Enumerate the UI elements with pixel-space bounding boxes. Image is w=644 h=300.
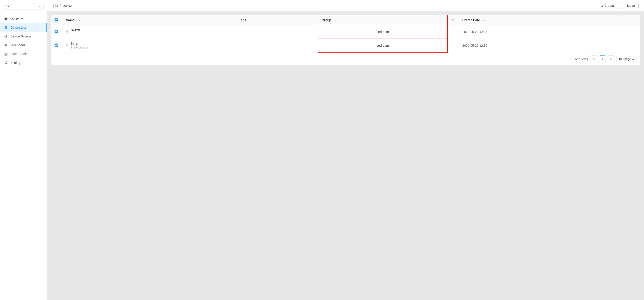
group-sort-icon: ▲▼ — [333, 20, 337, 22]
overview-icon: ▣ — [4, 16, 8, 21]
name-sort-icon: ▲▼ — [76, 20, 80, 22]
sidebar: 123 ⌄ ▣ Overview ⊟ Device List ◎ Device … — [0, 0, 47, 300]
th-group-label: Group — [322, 18, 331, 22]
td-create-date-switch: 2020-05-22 12:37 — [459, 25, 640, 39]
breadcrumb-current: device — [62, 4, 72, 8]
chevron-down-icon: ⌄ — [39, 4, 41, 8]
td-name-switch: switch - — [62, 25, 236, 39]
device-name-lamp: lamp — [71, 42, 89, 46]
breadcrumb-separator: / — [60, 4, 61, 8]
th-name-label: Name — [66, 18, 74, 22]
td-checkbox-lamp — [51, 39, 62, 52]
plus-circle-icon: ⊕ — [600, 4, 603, 8]
table-row: lamp in the bedroom - bedroom 2020-05-22… — [51, 39, 640, 52]
td-create-date-lamp: 2020-05-22 12:39 — [459, 39, 640, 52]
td-group-lamp: bedroom — [318, 39, 448, 52]
setting-icon: ⚙ — [4, 60, 8, 65]
sidebar-nav: ▣ Overview ⊟ Device List ◎ Device Groups… — [0, 12, 47, 69]
td-name-lamp: lamp in the bedroom — [62, 39, 236, 52]
sidebar-item-event-hooks[interactable]: ▦ Event Hooks — [0, 50, 47, 58]
row-checkbox-lamp[interactable] — [54, 44, 58, 47]
th-filter: ▼ — [447, 15, 459, 25]
breadcrumb-root: 123 — [53, 4, 58, 8]
td-checkbox-switch — [51, 25, 62, 39]
pagination-info: 1-2 of 2 items — [570, 57, 588, 61]
breadcrumb: 123 / device — [53, 4, 72, 8]
sidebar-label-overview: Overview — [10, 17, 24, 20]
sidebar-label-device-groups: Device Groups — [10, 34, 31, 38]
sidebar-item-device-list[interactable]: ⊟ Device List — [0, 23, 47, 32]
device-name-switch: switch — [71, 28, 80, 32]
prev-page-button[interactable]: < — [590, 56, 597, 62]
pagination: 1-2 of 2 items < 1 > 10 / page ⌄ — [51, 52, 640, 65]
page-size-label: 10 / page — [619, 57, 631, 61]
table-row: switch - - bedroom 2020-05-22 12:37 — [51, 25, 640, 39]
sidebar-item-device-groups[interactable]: ◎ Device Groups — [0, 32, 47, 40]
sidebar-item-overview[interactable]: ▣ Overview — [0, 14, 47, 23]
sidebar-label-freeboard: Freeboard — [10, 43, 25, 47]
event-hooks-icon: ▦ — [4, 52, 8, 56]
sidebar-item-setting[interactable]: ⚙ Setting — [0, 58, 47, 67]
th-create-date-label: Create Date — [462, 18, 480, 22]
page-size-chevron: ⌄ — [632, 57, 634, 61]
status-dot-switch — [66, 30, 68, 33]
table-container: Name ▲▼ Tags Group ▲▼ ▼ — [51, 15, 640, 65]
sidebar-label-event-hooks: Event Hooks — [10, 52, 28, 56]
topbar-actions: ⊕ Create + Move — [597, 2, 638, 9]
th-tags: Tags — [236, 15, 318, 25]
move-label: Move — [627, 4, 635, 8]
th-name[interactable]: Name ▲▼ — [62, 15, 236, 25]
workspace-selector[interactable]: 123 ⌄ — [4, 3, 44, 10]
next-page-button[interactable]: > — [608, 56, 614, 62]
status-dot-lamp — [66, 44, 68, 46]
content-area: Name ▲▼ Tags Group ▲▼ ▼ — [47, 11, 644, 300]
topbar: 123 / device ⊕ Create + Move — [47, 0, 644, 11]
table-header-row: Name ▲▼ Tags Group ▲▼ ▼ — [51, 15, 640, 25]
workspace-name: 123 — [6, 4, 11, 8]
main-content: 123 / device ⊕ Create + Move — [47, 0, 644, 300]
create-label: Create — [604, 4, 614, 8]
freeboard-icon: ◈ — [4, 43, 8, 47]
create-date-sort-icon: ▲▼ — [482, 20, 486, 22]
td-filter-switch — [447, 25, 459, 39]
move-button[interactable]: + Move — [620, 2, 638, 9]
move-icon: + — [624, 4, 626, 8]
select-all-checkbox[interactable] — [54, 18, 58, 22]
sidebar-item-freeboard[interactable]: ◈ Freeboard — [0, 40, 47, 50]
td-group-switch: bedroom — [318, 25, 448, 39]
td-filter-lamp — [447, 39, 459, 52]
device-list-icon: ⊟ — [4, 25, 8, 30]
th-create-date[interactable]: Create Date ▲▼ — [459, 15, 640, 25]
sidebar-header: 123 ⌄ — [0, 0, 47, 12]
th-tags-label: Tags — [239, 18, 246, 22]
row-checkbox-switch[interactable] — [54, 30, 58, 34]
device-table: Name ▲▼ Tags Group ▲▼ ▼ — [51, 15, 640, 52]
device-groups-icon: ◎ — [4, 34, 8, 38]
page-size-selector[interactable]: 10 / page ⌄ — [616, 56, 637, 62]
device-desc-lamp: in the bedroom — [71, 46, 89, 49]
th-checkbox — [51, 15, 62, 25]
device-desc-switch: - — [71, 32, 80, 36]
sidebar-label-setting: Setting — [10, 61, 20, 64]
current-page-button[interactable]: 1 — [599, 56, 606, 62]
td-tags-switch: - — [236, 25, 318, 39]
th-group[interactable]: Group ▲▼ — [318, 15, 448, 25]
sidebar-label-device-list: Device List — [10, 26, 26, 29]
create-button[interactable]: ⊕ Create — [597, 2, 618, 9]
td-tags-lamp: - — [236, 39, 318, 52]
filter-icon[interactable]: ▼ — [451, 18, 454, 22]
